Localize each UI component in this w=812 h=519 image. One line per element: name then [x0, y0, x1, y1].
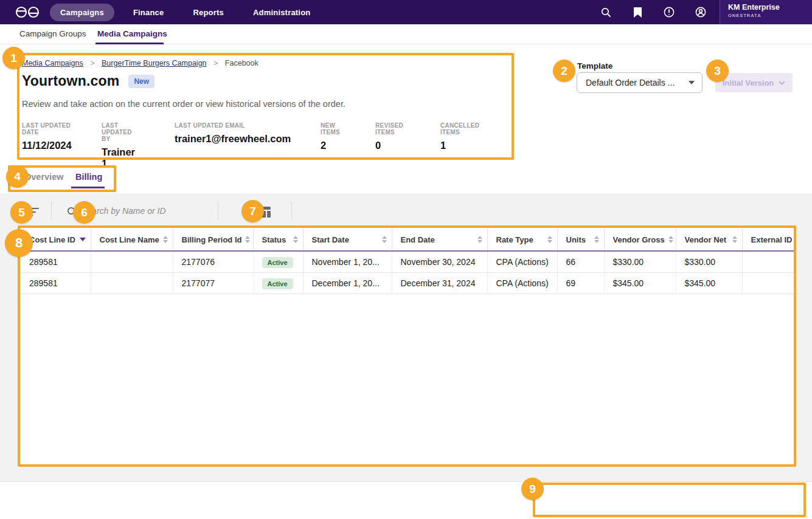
sort-icon[interactable]: [245, 236, 250, 243]
app-window: Campaigns Finance Reports Administration…: [0, 0, 812, 519]
breadcrumb: Media Campaigns > BurgerTime Burgers Cam…: [22, 59, 259, 67]
status-pill: Active: [262, 257, 293, 268]
cell-units: 69: [557, 272, 604, 294]
secondary-nav: Campaign Groups Media Campaigns: [0, 24, 812, 44]
stat-label: CANCELLED ITEMS: [440, 122, 479, 136]
column-header-billing-period-id[interactable]: Billing Period Id: [173, 229, 253, 251]
annotation-badge-2: 2: [553, 60, 575, 82]
nav-item-campaigns[interactable]: Campaigns: [50, 4, 114, 21]
sort-desc-icon[interactable]: [80, 238, 86, 241]
chevron-down-icon: [779, 81, 785, 85]
cell-end-date: November 30, 2024: [392, 251, 487, 272]
breadcrumb-media-campaigns[interactable]: Media Campaigns: [22, 59, 83, 67]
status-badge: New: [128, 75, 154, 88]
stat-revised-items: REVISED ITEMS 0: [375, 122, 403, 151]
bookmark-icon[interactable]: [632, 7, 643, 18]
stat-last-updated-email: LAST UPDATED EMAIL trainer1@freewheel.co…: [175, 122, 291, 145]
cell-billing-period-id: 2177077: [173, 272, 253, 294]
breadcrumb-campaign[interactable]: BurgerTime Burgers Campaign: [102, 59, 207, 67]
toolbar-divider: [291, 202, 292, 219]
stat-value: trainer1@freewheel.com: [175, 133, 291, 145]
filter-icon[interactable]: [29, 208, 39, 219]
sort-icon[interactable]: [594, 236, 599, 243]
template-dropdown[interactable]: Default Order Details ...: [577, 72, 703, 93]
cell-status: Active: [253, 272, 303, 294]
cell-rate-type: CPA (Actions): [487, 251, 557, 272]
subtab-media-campaigns[interactable]: Media Campaigns: [97, 29, 167, 38]
footer-action-bar: Close Download Version Send: [0, 482, 812, 519]
version-dropdown[interactable]: Initial Version: [715, 73, 793, 92]
order-description: Review and take action on the current or…: [22, 99, 345, 109]
sort-icon[interactable]: [293, 236, 298, 243]
alert-icon[interactable]: [664, 7, 675, 18]
tenant-switcher[interactable]: KM Enterprise ONESTRATA: [720, 0, 812, 24]
column-header-start-date[interactable]: Start Date: [303, 229, 392, 251]
cell-cost-line-id: 289581: [21, 272, 91, 294]
column-header-cost-line-id[interactable]: Cost Line ID: [21, 229, 91, 251]
cell-billing-period-id: 2177076: [173, 251, 253, 272]
stat-new-items: NEW ITEMS 2: [321, 122, 340, 151]
brand-logo-icon[interactable]: [13, 5, 41, 19]
toolbar-divider: [218, 202, 218, 219]
cell-cost-line-name: [91, 251, 173, 272]
cell-external-id: [742, 251, 796, 272]
sort-icon[interactable]: [547, 236, 552, 243]
page-title: Yourtown.com: [22, 73, 119, 89]
stat-value: 11/12/2024: [22, 140, 72, 151]
cell-units: 66: [557, 251, 604, 272]
column-settings-icon[interactable]: [257, 207, 271, 220]
stat-value: Trainer 1: [102, 146, 135, 170]
stat-last-updated-date: LAST UPDATED DATE 11/12/2024: [22, 122, 72, 151]
cell-status: Active: [253, 251, 303, 272]
stat-value: 2: [321, 140, 340, 151]
sort-icon[interactable]: [163, 236, 168, 243]
column-header-status[interactable]: Status: [253, 229, 303, 251]
tenant-product: ONESTRATA: [728, 13, 812, 18]
stat-label: REVISED ITEMS: [375, 122, 403, 136]
cell-vendor-net: $330.00: [676, 251, 742, 272]
template-label: Template: [577, 61, 612, 70]
active-subtab-underline: [95, 43, 164, 44]
cell-cost-line-name: [91, 272, 173, 294]
column-header-external-id[interactable]: External ID: [742, 229, 796, 251]
tab-overview[interactable]: Overview: [24, 172, 64, 182]
nav-item-finance[interactable]: Finance: [123, 4, 175, 21]
cell-cost-line-id: 289581: [21, 251, 91, 272]
stat-last-updated-by: LAST UPDATED BY Trainer 1: [102, 122, 135, 170]
table-row[interactable]: 289581 2177077 Active December 1, 20... …: [21, 272, 796, 294]
nav-item-administration[interactable]: Administration: [243, 4, 321, 21]
search-icon[interactable]: [600, 7, 611, 18]
breadcrumb-current: Facebook: [225, 59, 259, 67]
search-icon: [67, 207, 77, 219]
user-icon[interactable]: [695, 7, 706, 18]
column-header-vendor-gross[interactable]: Vendor Gross: [604, 229, 676, 251]
sort-icon[interactable]: [382, 236, 387, 243]
tab-billing[interactable]: Billing: [75, 172, 102, 182]
cell-end-date: December 31, 2024: [392, 272, 487, 294]
stat-label: LAST UPDATED DATE: [22, 122, 72, 136]
stat-value: 0: [375, 140, 403, 151]
breadcrumb-separator: >: [213, 59, 218, 67]
nav-item-reports[interactable]: Reports: [182, 4, 234, 21]
stat-label: LAST UPDATED BY: [102, 122, 135, 142]
column-header-rate-type[interactable]: Rate Type: [487, 229, 557, 251]
column-header-units[interactable]: Units: [557, 229, 604, 251]
navbar-icon-group: [600, 0, 720, 24]
search-input[interactable]: [82, 203, 209, 219]
sort-icon[interactable]: [732, 236, 737, 243]
subtab-campaign-groups[interactable]: Campaign Groups: [19, 29, 86, 38]
stat-label: NEW ITEMS: [321, 122, 340, 136]
sort-icon[interactable]: [477, 236, 482, 243]
table-row[interactable]: 289581 2177076 Active November 1, 20... …: [21, 251, 796, 272]
column-header-vendor-net[interactable]: Vendor Net: [676, 229, 742, 251]
cell-vendor-gross: $345.00: [604, 272, 676, 294]
top-navbar: Campaigns Finance Reports Administration…: [0, 0, 812, 24]
column-header-cost-line-name[interactable]: Cost Line Name: [91, 229, 173, 251]
sort-icon[interactable]: [668, 236, 673, 243]
stat-value: 1: [440, 140, 479, 151]
column-header-end-date[interactable]: End Date: [392, 229, 487, 251]
cell-start-date: December 1, 20...: [303, 272, 392, 294]
tenant-name: KM Enterprise: [728, 3, 812, 12]
toolbar-divider: [51, 202, 52, 219]
breadcrumb-separator: >: [90, 59, 94, 67]
